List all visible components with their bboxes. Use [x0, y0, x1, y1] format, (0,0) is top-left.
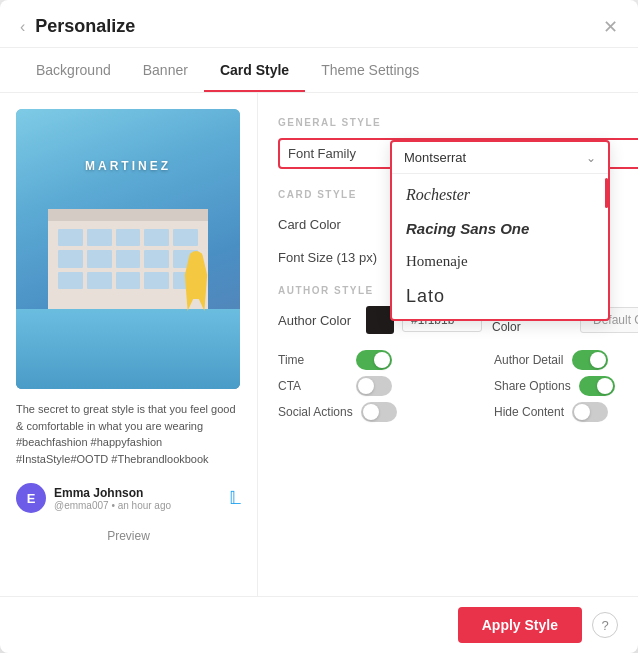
card-caption: The secret to great style is that you fe… — [16, 401, 241, 467]
toggles-section: Time Author Detail CTA Share Options Soc… — [278, 350, 638, 422]
toggle-time[interactable] — [356, 350, 392, 370]
card-image: MARTINEZ — [16, 109, 240, 389]
toggle-author-detail[interactable] — [572, 350, 608, 370]
author-color-label: Author Color — [278, 313, 358, 328]
selected-font: Montserrat — [404, 150, 466, 165]
hotel-windows — [58, 229, 198, 289]
font-option-homenaje[interactable]: Homenaje — [392, 245, 608, 278]
toggle-share-options-row: Share Options — [494, 376, 638, 396]
tab-bar: Background Banner Card Style Theme Setti… — [0, 48, 638, 93]
toggle-social-actions-label: Social Actions — [278, 405, 353, 419]
toggle-share-options-label: Share Options — [494, 379, 571, 393]
font-family-label: Font Family — [288, 146, 388, 161]
font-size-label: Font Size (13 px) — [278, 250, 388, 265]
toggle-time-label: Time — [278, 353, 348, 367]
modal-header: ‹ Personalize ✕ — [0, 0, 638, 48]
personalize-modal: ‹ Personalize ✕ Background Banner Card S… — [0, 0, 638, 653]
close-button[interactable]: ✕ — [603, 18, 618, 36]
right-panel: GENERAL STYLE Font Family Montserrat ⌄ R… — [258, 93, 638, 596]
toggle-cta[interactable] — [356, 376, 392, 396]
toggle-cta-label: CTA — [278, 379, 348, 393]
font-family-dropdown[interactable]: Montserrat ⌄ Rochester Racing Sans One H… — [390, 140, 610, 321]
font-option-rochester[interactable]: Rochester — [392, 178, 608, 212]
font-option-racing[interactable]: Racing Sans One — [392, 212, 608, 245]
help-button[interactable]: ? — [592, 612, 618, 638]
toggle-hide-content-row: Hide Content — [494, 402, 638, 422]
font-option-lato[interactable]: Lato — [392, 278, 608, 315]
toggle-time-row: Time — [278, 350, 484, 370]
modal-title: Personalize — [35, 16, 135, 37]
toggle-author-detail-label: Author Detail — [494, 353, 564, 367]
tab-background[interactable]: Background — [20, 48, 127, 92]
card-author: E Emma Johnson @emma007 • an hour ago 𝕃 — [16, 479, 241, 513]
toggle-social-actions[interactable] — [361, 402, 397, 422]
preview-button[interactable]: Preview — [16, 525, 241, 547]
back-button[interactable]: ‹ — [20, 19, 25, 35]
dropdown-selected-value[interactable]: Montserrat ⌄ — [392, 142, 608, 174]
content-area: MARTINEZ The secret to great style is th… — [0, 93, 638, 596]
author-handle: @emma007 • an hour ago — [54, 500, 221, 511]
chevron-down-icon: ⌄ — [586, 151, 596, 165]
twitter-icon: 𝕃 — [229, 487, 241, 509]
dropdown-list: Rochester Racing Sans One Homenaje Lato — [392, 174, 608, 319]
card-preview: MARTINEZ — [16, 109, 240, 389]
card-color-label: Card Color — [278, 217, 388, 232]
general-style-label: GENERAL STYLE — [278, 117, 638, 128]
author-name: Emma Johnson — [54, 486, 221, 500]
toggle-hide-content-label: Hide Content — [494, 405, 564, 419]
hotel-name: MARTINEZ — [85, 159, 171, 173]
tab-theme-settings[interactable]: Theme Settings — [305, 48, 435, 92]
toggle-social-actions-row: Social Actions — [278, 402, 484, 422]
modal-footer: Apply Style ? — [0, 596, 638, 653]
tab-card-style[interactable]: Card Style — [204, 48, 305, 92]
apply-style-button[interactable]: Apply Style — [458, 607, 582, 643]
toggle-author-detail-row: Author Detail — [494, 350, 638, 370]
avatar: E — [16, 483, 46, 513]
toggle-share-options[interactable] — [579, 376, 615, 396]
left-panel: MARTINEZ The secret to great style is th… — [0, 93, 258, 596]
hotel-building — [48, 219, 208, 309]
water — [16, 309, 240, 389]
font-family-row: Font Family Montserrat ⌄ Rochester Racin… — [278, 138, 638, 169]
toggle-cta-row: CTA — [278, 376, 484, 396]
tab-banner[interactable]: Banner — [127, 48, 204, 92]
toggle-hide-content[interactable] — [572, 402, 608, 422]
